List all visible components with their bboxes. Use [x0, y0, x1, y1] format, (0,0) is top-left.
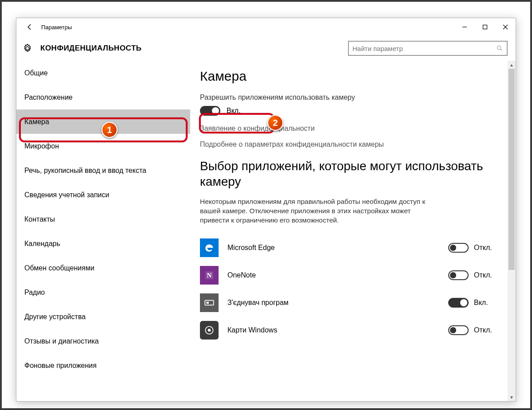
content-heading: Камера: [200, 69, 506, 84]
app-name: Microsoft Edge: [227, 244, 275, 252]
sidebar-item-calendar[interactable]: Календарь: [16, 231, 190, 256]
page-title: КОНФИДЕНЦИАЛЬНОСТЬ: [40, 44, 142, 53]
sidebar-item-location[interactable]: Расположение: [16, 85, 190, 109]
allow-apps-label: Разрешить приложениям использовать камер…: [200, 94, 506, 102]
sidebar-item-general[interactable]: Общие: [16, 61, 190, 85]
more-info-link[interactable]: Подробнее о параметрах конфиденциальност…: [200, 141, 506, 148]
app-state: Вкл.: [474, 299, 488, 307]
sidebar-item-background-apps[interactable]: Фоновые приложения: [16, 353, 190, 378]
sidebar-item-label: Общие: [24, 69, 48, 77]
edge-icon: [200, 238, 219, 257]
app-row-maps: Карти Windows Откл.: [200, 316, 506, 344]
sidebar-item-label: Фоновые приложения: [24, 362, 97, 370]
sidebar-item-microphone[interactable]: Микрофон: [16, 134, 190, 158]
sidebar-item-label: Микрофон: [24, 142, 59, 150]
svg-rect-1: [483, 25, 487, 29]
scroll-track[interactable]: [508, 69, 516, 393]
sidebar-item-label: Расположение: [24, 94, 73, 102]
allow-apps-toggle[interactable]: [200, 106, 220, 116]
svg-point-9: [208, 329, 211, 332]
sidebar-item-other-devices[interactable]: Другие устройства: [16, 305, 190, 329]
sidebar-item-label: Сведения учетной записи: [24, 191, 109, 199]
sidebar-item-label: Другие устройства: [24, 313, 86, 321]
onenote-icon: N: [200, 266, 219, 285]
search-input[interactable]: [352, 45, 496, 52]
sidebar-item-label: Речь, рукописный ввод и ввод текста: [24, 167, 146, 175]
settings-window: Параметры КОНФИДЕНЦИАЛЬНОСТЬ: [16, 18, 516, 402]
sidebar: Общие Расположение Камера Микрофон Речь,…: [16, 61, 190, 401]
arrow-left-icon: [26, 23, 34, 31]
svg-rect-6: [205, 300, 214, 305]
app-name: З'єднувач програм: [227, 299, 289, 307]
app-row-connector: З'єднувач програм Вкл.: [200, 289, 506, 316]
sidebar-item-camera[interactable]: Камера: [16, 109, 190, 134]
sidebar-item-account[interactable]: Сведения учетной записи: [16, 183, 190, 207]
app-toggle-edge[interactable]: [448, 243, 469, 253]
sidebar-item-label: Календарь: [24, 240, 60, 248]
window-title: Параметры: [41, 24, 72, 31]
body: Общие Расположение Камера Микрофон Речь,…: [16, 61, 516, 401]
sidebar-item-label: Контакты: [24, 215, 55, 223]
sidebar-item-label: Камера: [24, 118, 49, 126]
search-box[interactable]: [348, 41, 508, 56]
vertical-scrollbar[interactable]: ▲ ▼: [508, 61, 516, 401]
sidebar-item-contacts[interactable]: Контакты: [16, 207, 190, 231]
header-row: КОНФИДЕНЦИАЛЬНОСТЬ: [16, 36, 516, 61]
back-button[interactable]: [20, 18, 39, 36]
maximize-button[interactable]: [475, 18, 495, 36]
maps-icon: [200, 321, 219, 340]
titlebar: Параметры: [16, 18, 516, 36]
app-state: Откл.: [474, 271, 492, 279]
svg-text:N: N: [207, 271, 212, 279]
app-row-onenote: N OneNote Откл.: [200, 262, 506, 289]
scroll-up-arrow[interactable]: ▲: [508, 61, 516, 69]
app-toggle-maps[interactable]: [448, 325, 469, 335]
allow-apps-state: Вкл.: [227, 107, 241, 115]
svg-line-3: [501, 49, 502, 51]
close-icon: [503, 24, 508, 30]
app-state: Откл.: [474, 326, 492, 334]
svg-point-2: [497, 46, 501, 50]
app-state: Откл.: [474, 244, 492, 252]
app-name: Карти Windows: [227, 326, 277, 334]
privacy-statement-link[interactable]: Заявление о конфиденциальности: [200, 125, 506, 133]
sidebar-item-label: Отзывы и диагностика: [24, 337, 99, 345]
sidebar-item-messaging[interactable]: Обмен сообщениями: [16, 256, 190, 280]
maximize-icon: [482, 24, 488, 30]
close-button[interactable]: [495, 18, 516, 36]
app-toggle-onenote[interactable]: [448, 270, 469, 280]
scroll-down-arrow[interactable]: ▼: [508, 393, 516, 401]
gear-icon: [23, 43, 32, 53]
sidebar-item-radio[interactable]: Радио: [16, 280, 190, 305]
sidebar-item-speech[interactable]: Речь, рукописный ввод и ввод текста: [16, 158, 190, 183]
svg-rect-7: [207, 302, 209, 304]
scroll-thumb[interactable]: [509, 69, 515, 270]
sidebar-item-label: Обмен сообщениями: [24, 264, 94, 272]
app-row-edge: Microsoft Edge Откл.: [200, 234, 506, 262]
search-icon: [496, 45, 503, 52]
window-controls: [454, 18, 516, 36]
minimize-icon: [462, 24, 467, 30]
apps-section-desc: Некоторым приложениям для правильной раб…: [200, 197, 430, 225]
app-name: OneNote: [227, 271, 256, 279]
app-toggle-connector[interactable]: [448, 298, 469, 308]
sidebar-item-feedback[interactable]: Отзывы и диагностика: [16, 329, 190, 353]
minimize-button[interactable]: [454, 18, 475, 36]
connector-icon: [200, 293, 219, 312]
content-pane: Камера Разрешить приложениям использоват…: [190, 61, 516, 401]
sidebar-item-label: Радио: [24, 289, 45, 297]
apps-section-heading: Выбор приложений, которые могут использо…: [200, 158, 506, 189]
